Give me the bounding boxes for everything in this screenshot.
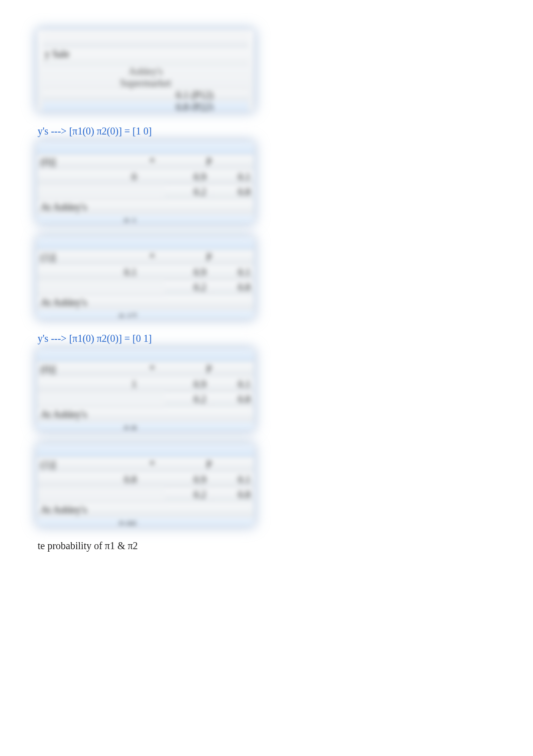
ashley-label: At Ashley's [38,295,140,310]
p11: 0.9 [165,377,209,392]
top-table: y Sale Ashley's Supermarket 0.1 (P12) 0.… [38,30,253,110]
label: (0)] [38,362,140,377]
cell-p22: 0.8 (P22) [43,101,248,110]
heading-initial-state-b: y's ---> [π1(0) π2(0)] = [0 1] [38,333,253,344]
star: * [140,457,165,472]
star: * [140,155,165,170]
p-header: P [165,457,253,472]
p-header: P [165,362,253,377]
calc-block-3: (1)] * P 0.8 0.9 0.1 0.2 0.8 At Ashley's… [38,445,253,525]
p22: 0.8 [209,280,253,295]
ashley-label: At Ashley's [38,200,140,215]
bottom-val: 0.1 [38,215,140,223]
p11: 0.9 [165,472,209,487]
bottom-val: 0.8 [38,422,140,430]
p21: 0.2 [165,280,209,295]
p21: 0.2 [165,392,209,407]
col-header-ashleys: Ashley's [43,66,248,77]
p11: 0.9 [165,170,209,185]
ashley-label: At Ashley's [38,407,140,422]
ashley-label: At Ashley's [38,502,140,518]
footnote: te probability of π1 & π2 [38,540,253,552]
heading-initial-state-a: y's ---> [π1(0) π2(0)] = [1 0] [38,125,253,137]
p-header: P [165,250,253,265]
p-header: P [165,155,253,170]
left-val: 1 [38,377,140,392]
cell-p12: 0.1 (P12) [43,89,248,101]
left-val: 0.8 [38,472,140,487]
label: (1)] [38,250,140,265]
p22: 0.8 [209,487,253,502]
calc-block-0: (0)] * P 0 0.9 0.1 0.2 0.8 At Ashley's 0… [38,142,253,222]
p22: 0.8 [209,392,253,407]
p11: 0.9 [165,265,209,280]
bottom-val: 0.17 [38,310,140,318]
row-sale: y Sale [43,48,248,60]
col-header-supermarket: Supermarket [43,77,248,89]
star: * [140,362,165,377]
label: (1)] [38,457,140,472]
left-val: 0 [38,170,140,185]
label: (0)] [38,155,140,170]
p22: 0.8 [209,185,253,200]
p21: 0.2 [165,185,209,200]
p12: 0.1 [209,377,253,392]
p12: 0.1 [209,472,253,487]
left-val: 0.1 [38,265,140,280]
calc-block-2: (0)] * P 1 0.9 0.1 0.2 0.8 At Ashley's 0… [38,349,253,430]
star: * [140,250,165,265]
p12: 0.1 [209,265,253,280]
p12: 0.1 [209,170,253,185]
bottom-val: 0.66 [38,518,140,526]
calc-block-1: (1)] * P 0.1 0.9 0.1 0.2 0.8 At Ashley's… [38,237,253,318]
p21: 0.2 [165,487,209,502]
